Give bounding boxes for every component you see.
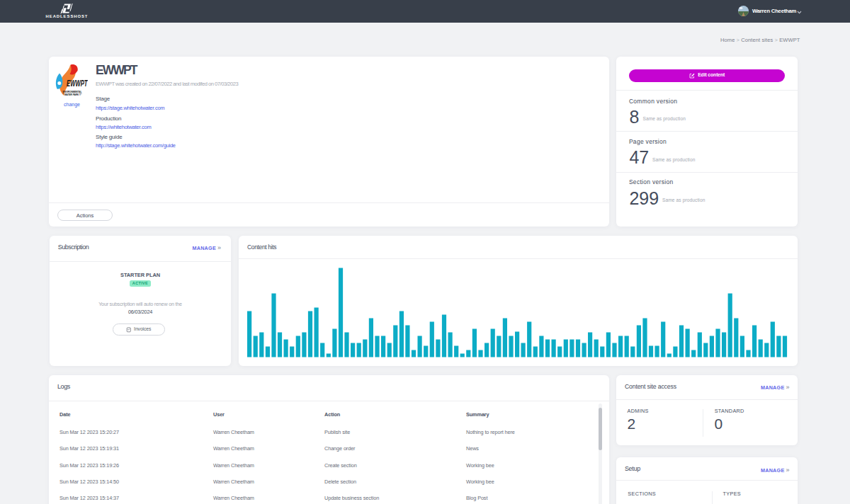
svg-text:EWWPT: EWWPT (67, 78, 88, 88)
svg-text:" WATER PARK T": " WATER PARK T" (63, 93, 82, 96)
